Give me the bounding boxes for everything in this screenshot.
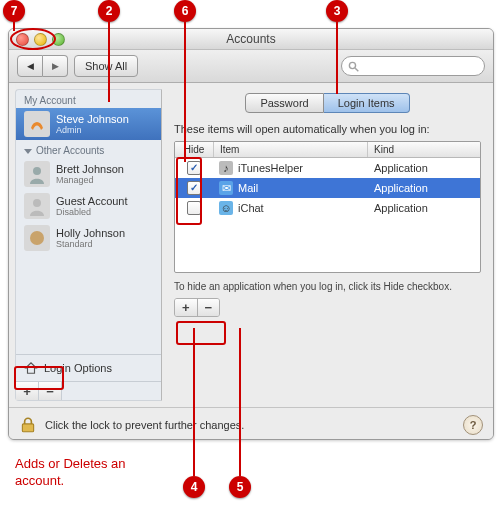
account-name: Steve Johnson bbox=[56, 113, 129, 126]
item-name: iChat bbox=[238, 202, 264, 214]
svg-point-4 bbox=[30, 231, 44, 245]
tabs: Password Login Items bbox=[174, 93, 481, 113]
sidebar-section-my-account: My Account bbox=[16, 90, 161, 108]
avatar bbox=[24, 161, 50, 187]
item-kind: Application bbox=[368, 202, 480, 214]
table-row[interactable]: ☺iChat Application bbox=[175, 198, 480, 218]
avatar bbox=[24, 193, 50, 219]
callout-7: 7 bbox=[3, 0, 25, 22]
callout-3: 3 bbox=[326, 0, 348, 22]
accounts-window: Accounts ◀ ▶ Show All My Account Steve J… bbox=[8, 28, 494, 440]
col-item[interactable]: Item bbox=[214, 142, 368, 157]
forward-button[interactable]: ▶ bbox=[43, 55, 68, 77]
back-button[interactable]: ◀ bbox=[17, 55, 43, 77]
sidebar-section-other: Other Accounts bbox=[16, 140, 161, 158]
login-items-instruction: These items will open automatically when… bbox=[174, 123, 481, 135]
toolbar: ◀ ▶ Show All bbox=[9, 50, 493, 83]
lock-icon[interactable] bbox=[19, 416, 37, 434]
lock-text: Click the lock to prevent further change… bbox=[45, 419, 244, 431]
add-login-item-button[interactable]: + bbox=[175, 299, 198, 316]
callout-6: 6 bbox=[174, 0, 196, 22]
search-input[interactable] bbox=[341, 56, 485, 76]
account-role: Managed bbox=[56, 175, 124, 185]
sidebar-account-guest[interactable]: Guest AccountDisabled bbox=[16, 190, 161, 222]
sidebar-account-brett[interactable]: Brett JohnsonManaged bbox=[16, 158, 161, 190]
table-row[interactable]: ♪iTunesHelper Application bbox=[175, 158, 480, 178]
item-kind: Application bbox=[368, 162, 480, 174]
red-box-hide-column bbox=[176, 157, 202, 225]
main-pane: Password Login Items These items will op… bbox=[162, 83, 493, 407]
red-box-pane-pm bbox=[176, 321, 226, 345]
table-header: Hide Item Kind bbox=[175, 142, 480, 158]
search-icon bbox=[348, 61, 359, 72]
help-button[interactable]: ? bbox=[463, 415, 483, 435]
avatar bbox=[24, 225, 50, 251]
svg-point-0 bbox=[349, 62, 355, 68]
app-icon: ♪ bbox=[219, 161, 233, 175]
sidebar-account-steve[interactable]: Steve JohnsonAdmin bbox=[16, 108, 161, 140]
caption-add-delete: Adds or Deletes an account. bbox=[15, 456, 135, 490]
footer: Click the lock to prevent further change… bbox=[9, 407, 493, 440]
remove-login-item-button[interactable]: − bbox=[198, 299, 220, 316]
chevron-down-icon bbox=[24, 149, 32, 154]
table-row[interactable]: ✉Mail Application bbox=[175, 178, 480, 198]
hide-hint: To hide an application when you log in, … bbox=[174, 281, 481, 292]
account-role: Disabled bbox=[56, 207, 128, 217]
item-name: iTunesHelper bbox=[238, 162, 303, 174]
red-box-sidebar-pm bbox=[14, 366, 64, 390]
account-name: Brett Johnson bbox=[56, 163, 124, 176]
svg-point-3 bbox=[33, 199, 41, 207]
account-name: Holly Johnson bbox=[56, 227, 125, 240]
svg-point-2 bbox=[33, 167, 41, 175]
account-role: Admin bbox=[56, 125, 129, 135]
item-kind: Application bbox=[368, 182, 480, 194]
tab-password[interactable]: Password bbox=[245, 93, 323, 113]
sidebar-account-holly[interactable]: Holly JohnsonStandard bbox=[16, 222, 161, 254]
app-icon: ✉ bbox=[219, 181, 233, 195]
login-items-table: Hide Item Kind ♪iTunesHelper Application… bbox=[174, 141, 481, 273]
tab-login-items[interactable]: Login Items bbox=[324, 93, 410, 113]
col-kind[interactable]: Kind bbox=[368, 142, 480, 157]
callout-4: 4 bbox=[183, 476, 205, 498]
account-name: Guest Account bbox=[56, 195, 128, 208]
login-items-add-remove: + − bbox=[174, 298, 220, 317]
sidebar: My Account Steve JohnsonAdmin Other Acco… bbox=[15, 89, 162, 401]
svg-line-1 bbox=[355, 68, 358, 71]
col-hide[interactable]: Hide bbox=[175, 142, 214, 157]
red-circle-traffic bbox=[10, 28, 56, 50]
window-title: Accounts bbox=[226, 32, 275, 46]
item-name: Mail bbox=[238, 182, 258, 194]
svg-rect-5 bbox=[22, 424, 33, 432]
app-icon: ☺ bbox=[219, 201, 233, 215]
callout-2: 2 bbox=[98, 0, 120, 22]
account-role: Standard bbox=[56, 239, 125, 249]
titlebar: Accounts bbox=[9, 29, 493, 50]
show-all-button[interactable]: Show All bbox=[74, 55, 138, 77]
callout-5: 5 bbox=[229, 476, 251, 498]
avatar bbox=[24, 111, 50, 137]
